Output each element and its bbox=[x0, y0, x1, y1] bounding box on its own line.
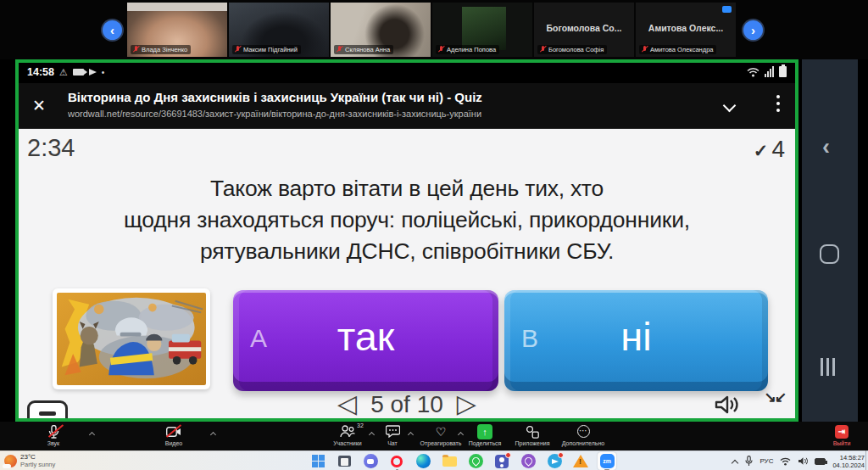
whatsapp-button[interactable] bbox=[466, 452, 485, 470]
more-button[interactable]: ⋯ Дополнительно bbox=[545, 424, 621, 446]
tray-date: 04.10.2024 bbox=[832, 462, 865, 469]
participant-name: Максим Підгайний bbox=[243, 46, 298, 53]
audio-options-caret[interactable] bbox=[89, 431, 95, 437]
send-notification-icon bbox=[89, 69, 97, 76]
participant-photo bbox=[462, 7, 506, 50]
close-icon[interactable]: ✕ bbox=[32, 96, 46, 115]
edge-button[interactable] bbox=[414, 452, 432, 470]
mic-muted-icon bbox=[235, 46, 241, 53]
strip-next-button[interactable]: › bbox=[743, 20, 763, 40]
video-options-caret[interactable] bbox=[210, 431, 216, 437]
android-back-icon[interactable]: ‹ bbox=[822, 134, 830, 160]
participant-tile[interactable]: Влада Зінченко bbox=[127, 3, 227, 57]
quiz-score: ✓4 bbox=[754, 136, 785, 163]
more-label: Дополнительно bbox=[562, 440, 604, 446]
start-button[interactable] bbox=[309, 452, 327, 470]
video-label: Видео bbox=[165, 440, 182, 446]
tray-clock[interactable]: 14:58:27 04.10.2024 bbox=[832, 454, 865, 469]
quiz-sound-button[interactable] bbox=[714, 394, 739, 418]
participant-name: Амитова Олександра bbox=[650, 46, 713, 53]
tray-overflow-icon[interactable] bbox=[732, 458, 738, 465]
participant-name-pill: Влада Зінченко bbox=[131, 45, 191, 54]
chevron-down-icon[interactable] bbox=[724, 100, 734, 110]
tray-wifi-icon[interactable] bbox=[780, 457, 791, 466]
opera-button[interactable] bbox=[387, 452, 406, 470]
task-view-button[interactable] bbox=[335, 452, 353, 470]
participant-tile[interactable]: Богомолова Со... Богомолова Софія bbox=[534, 3, 634, 57]
tray-time: 14:58:27 bbox=[840, 454, 865, 462]
leave-button[interactable]: ⇥ Выйти bbox=[804, 424, 868, 446]
participant-tile[interactable]: Склянова Анна bbox=[331, 3, 431, 57]
android-home-icon[interactable] bbox=[820, 244, 839, 264]
wifi-icon bbox=[747, 67, 760, 77]
exit-fullscreen-icon[interactable]: ↘↙ bbox=[765, 389, 786, 406]
kebab-menu-icon[interactable] bbox=[776, 95, 780, 115]
chat-app-icon bbox=[364, 454, 378, 468]
answer-button-b[interactable]: B ні bbox=[504, 290, 768, 391]
quiz-area: 2:34 ✓4 Також варто вітати в цей день ти… bbox=[19, 129, 795, 418]
speaker-icon bbox=[714, 394, 739, 416]
check-icon: ✓ bbox=[754, 141, 769, 160]
task-view-icon bbox=[338, 456, 351, 467]
phone-title-bar: ✕ Вікторина до Дня захисників і захисниц… bbox=[19, 83, 795, 129]
share-screen-icon: ↑ bbox=[477, 424, 492, 439]
leave-label: Выйти bbox=[833, 440, 851, 446]
zoom-app-button[interactable]: zm bbox=[598, 452, 616, 470]
video-strip: ‹ Влада Зінченко Максим Підгайний Скляно… bbox=[0, 0, 868, 59]
answer-a-label: так bbox=[233, 313, 498, 360]
meeting-toolbar: Звук Видео 32 bbox=[0, 422, 868, 450]
participant-tile[interactable]: Амитова Олекс... Амитова Олександра bbox=[636, 3, 736, 57]
heart-icon: ♡ bbox=[436, 425, 447, 439]
teams-button[interactable] bbox=[492, 452, 511, 470]
question-image[interactable] bbox=[53, 288, 210, 389]
tray-battery-icon[interactable] bbox=[815, 458, 826, 465]
answer-b-label: ні bbox=[504, 313, 768, 360]
participants-icon bbox=[340, 425, 355, 438]
page-title: Вікторина до Дня захисників і захисниць … bbox=[68, 90, 712, 104]
file-explorer-button[interactable] bbox=[440, 452, 459, 470]
chat-icon bbox=[386, 425, 400, 438]
video-button[interactable]: Видео bbox=[136, 424, 212, 446]
zoom-meeting-window: ‹ Влада Зінченко Максим Підгайний Скляно… bbox=[0, 0, 868, 470]
viber-button[interactable] bbox=[519, 452, 537, 470]
android-nav-rail: ‹ bbox=[802, 59, 858, 422]
participant-name: Склянова Анна bbox=[345, 46, 390, 53]
whatsapp-icon bbox=[469, 454, 483, 468]
more-icon: ⋯ bbox=[577, 425, 590, 438]
tile-menu-icon[interactable] bbox=[722, 6, 732, 13]
viber-icon bbox=[521, 454, 536, 468]
strip-prev-button[interactable]: ‹ bbox=[103, 20, 122, 40]
notification-badge bbox=[558, 452, 564, 458]
language-indicator[interactable]: РУС bbox=[760, 457, 773, 465]
weather-widget[interactable]: 23°C Partly sunny bbox=[4, 453, 55, 468]
question-line: Також варто вітати в цей день тих, хто bbox=[19, 173, 795, 204]
mute-button[interactable]: Звук bbox=[15, 424, 92, 446]
weather-icon bbox=[4, 455, 17, 467]
page-url: wordwall.net/resource/36691483/захист-ук… bbox=[68, 109, 712, 119]
participant-tile[interactable]: Аделина Попова bbox=[432, 3, 532, 57]
question-line: рятувальники ДСНС, співробітники СБУ. bbox=[19, 236, 795, 267]
next-question-icon[interactable]: ▷ bbox=[457, 389, 476, 417]
quiz-pagination: ◁5 of 10▷ bbox=[19, 389, 795, 418]
notification-dot-icon: • bbox=[102, 68, 105, 77]
tray-mic-icon[interactable] bbox=[745, 456, 753, 467]
participant-tile[interactable]: Максим Підгайний bbox=[229, 3, 329, 57]
participant-tiles: Влада Зінченко Максим Підгайний Склянова… bbox=[127, 3, 736, 57]
mic-muted-icon bbox=[133, 46, 139, 53]
system-tray: РУС 14:58:27 04.10.2024 bbox=[732, 451, 865, 470]
alerts-app-button[interactable] bbox=[571, 452, 590, 470]
answer-button-a[interactable]: A так bbox=[233, 290, 498, 391]
participant-name-pill: Склянова Анна bbox=[334, 45, 393, 54]
pagination-text: 5 of 10 bbox=[370, 391, 443, 417]
battery-icon bbox=[779, 66, 787, 77]
folder-icon bbox=[442, 456, 457, 467]
tray-volume-icon[interactable] bbox=[798, 456, 808, 466]
telegram-button[interactable] bbox=[545, 452, 564, 470]
android-recents-icon[interactable] bbox=[821, 358, 835, 376]
prev-question-icon[interactable]: ◁ bbox=[337, 389, 357, 417]
zoom-app-icon: zm bbox=[600, 454, 615, 468]
participant-name-pill: Аделина Попова bbox=[436, 45, 499, 54]
answer-b-cap: B ні bbox=[504, 290, 768, 391]
chat-app-button[interactable] bbox=[361, 452, 380, 470]
mute-label: Звук bbox=[47, 440, 59, 446]
